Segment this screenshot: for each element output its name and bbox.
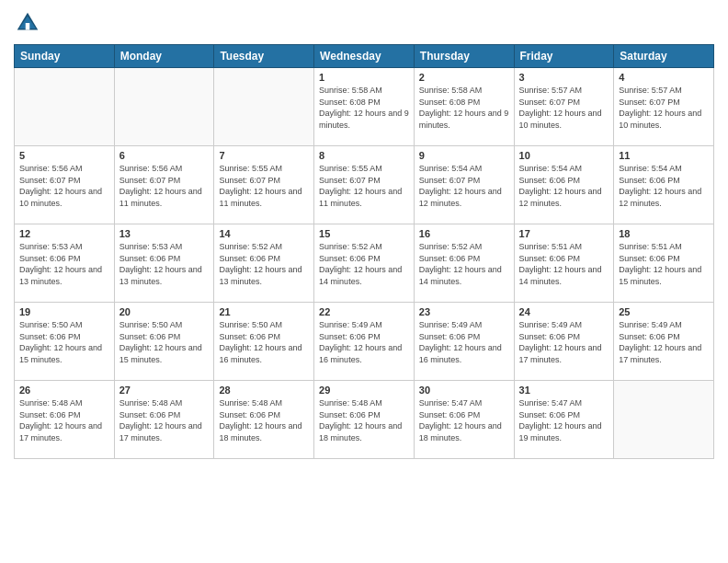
day-info: Sunrise: 5:49 AMSunset: 6:06 PMDaylight:… xyxy=(319,319,409,365)
day-number: 28 xyxy=(219,385,309,396)
day-cell: 28Sunrise: 5:48 AMSunset: 6:06 PMDayligh… xyxy=(214,381,314,459)
day-cell: 17Sunrise: 5:51 AMSunset: 6:06 PMDayligh… xyxy=(514,224,614,303)
day-number: 19 xyxy=(19,306,109,317)
day-cell: 9Sunrise: 5:54 AMSunset: 6:07 PMDaylight… xyxy=(414,146,514,224)
day-info: Sunrise: 5:50 AMSunset: 6:06 PMDaylight:… xyxy=(119,319,210,365)
day-info: Sunrise: 5:51 AMSunset: 6:06 PMDaylight:… xyxy=(619,241,709,287)
day-info: Sunrise: 5:56 AMSunset: 6:07 PMDaylight:… xyxy=(119,163,210,209)
day-info: Sunrise: 5:50 AMSunset: 6:06 PMDaylight:… xyxy=(19,319,109,365)
day-info: Sunrise: 5:48 AMSunset: 6:06 PMDaylight:… xyxy=(219,397,309,443)
day-number: 25 xyxy=(619,306,709,317)
day-cell: 8Sunrise: 5:55 AMSunset: 6:07 PMDaylight… xyxy=(314,146,415,224)
day-cell: 29Sunrise: 5:48 AMSunset: 6:06 PMDayligh… xyxy=(314,381,415,459)
day-cell: 10Sunrise: 5:54 AMSunset: 6:06 PMDayligh… xyxy=(514,146,614,224)
day-cell: 12Sunrise: 5:53 AMSunset: 6:06 PMDayligh… xyxy=(15,224,115,303)
day-cell: 21Sunrise: 5:50 AMSunset: 6:06 PMDayligh… xyxy=(214,303,314,381)
logo xyxy=(14,9,44,37)
day-number: 7 xyxy=(219,150,309,161)
week-row-4: 19Sunrise: 5:50 AMSunset: 6:06 PMDayligh… xyxy=(15,303,714,381)
day-cell: 15Sunrise: 5:52 AMSunset: 6:06 PMDayligh… xyxy=(314,224,415,303)
day-number: 23 xyxy=(419,306,509,317)
day-info: Sunrise: 5:49 AMSunset: 6:06 PMDaylight:… xyxy=(619,319,709,365)
day-number: 13 xyxy=(119,228,210,239)
day-cell: 6Sunrise: 5:56 AMSunset: 6:07 PMDaylight… xyxy=(114,146,214,224)
day-info: Sunrise: 5:50 AMSunset: 6:06 PMDaylight:… xyxy=(219,319,309,365)
svg-rect-2 xyxy=(26,23,30,30)
day-number: 20 xyxy=(119,306,210,317)
day-number: 18 xyxy=(619,228,709,239)
day-cell: 31Sunrise: 5:47 AMSunset: 6:06 PMDayligh… xyxy=(514,381,614,459)
day-number: 6 xyxy=(119,150,210,161)
day-info: Sunrise: 5:49 AMSunset: 6:06 PMDaylight:… xyxy=(519,319,609,365)
day-info: Sunrise: 5:47 AMSunset: 6:06 PMDaylight:… xyxy=(419,397,509,443)
day-info: Sunrise: 5:49 AMSunset: 6:06 PMDaylight:… xyxy=(419,319,509,365)
day-number: 22 xyxy=(319,306,409,317)
day-info: Sunrise: 5:48 AMSunset: 6:06 PMDaylight:… xyxy=(319,397,409,443)
day-info: Sunrise: 5:55 AMSunset: 6:07 PMDaylight:… xyxy=(219,163,309,209)
calendar: SundayMondayTuesdayWednesdayThursdayFrid… xyxy=(14,44,714,459)
day-number: 8 xyxy=(319,150,409,161)
weekday-thursday: Thursday xyxy=(414,45,514,68)
day-info: Sunrise: 5:53 AMSunset: 6:06 PMDaylight:… xyxy=(19,241,109,287)
day-cell: 27Sunrise: 5:48 AMSunset: 6:06 PMDayligh… xyxy=(114,381,214,459)
day-cell xyxy=(214,68,314,146)
day-info: Sunrise: 5:56 AMSunset: 6:07 PMDaylight:… xyxy=(19,163,109,209)
day-number: 15 xyxy=(319,228,409,239)
day-cell: 20Sunrise: 5:50 AMSunset: 6:06 PMDayligh… xyxy=(114,303,214,381)
day-number: 17 xyxy=(519,228,609,239)
day-info: Sunrise: 5:52 AMSunset: 6:06 PMDaylight:… xyxy=(219,241,309,287)
day-number: 14 xyxy=(219,228,309,239)
day-number: 5 xyxy=(19,150,109,161)
day-number: 10 xyxy=(519,150,609,161)
day-number: 4 xyxy=(619,72,709,83)
calendar-header: SundayMondayTuesdayWednesdayThursdayFrid… xyxy=(15,45,714,68)
header xyxy=(14,9,714,37)
day-number: 26 xyxy=(19,385,109,396)
day-info: Sunrise: 5:48 AMSunset: 6:06 PMDaylight:… xyxy=(119,397,210,443)
day-cell: 3Sunrise: 5:57 AMSunset: 6:07 PMDaylight… xyxy=(514,68,614,146)
day-info: Sunrise: 5:58 AMSunset: 6:08 PMDaylight:… xyxy=(319,85,409,131)
day-number: 1 xyxy=(319,72,409,83)
weekday-saturday: Saturday xyxy=(614,45,714,68)
day-number: 2 xyxy=(419,72,509,83)
day-cell: 11Sunrise: 5:54 AMSunset: 6:06 PMDayligh… xyxy=(614,146,714,224)
day-number: 30 xyxy=(419,385,509,396)
day-number: 24 xyxy=(519,306,609,317)
day-info: Sunrise: 5:58 AMSunset: 6:08 PMDaylight:… xyxy=(419,85,509,131)
day-info: Sunrise: 5:47 AMSunset: 6:06 PMDaylight:… xyxy=(519,397,609,443)
day-cell: 30Sunrise: 5:47 AMSunset: 6:06 PMDayligh… xyxy=(414,381,514,459)
week-row-1: 1Sunrise: 5:58 AMSunset: 6:08 PMDaylight… xyxy=(15,68,714,146)
day-info: Sunrise: 5:57 AMSunset: 6:07 PMDaylight:… xyxy=(519,85,609,131)
weekday-monday: Monday xyxy=(114,45,214,68)
day-number: 29 xyxy=(319,385,409,396)
week-row-3: 12Sunrise: 5:53 AMSunset: 6:06 PMDayligh… xyxy=(15,224,714,303)
day-number: 21 xyxy=(219,306,309,317)
weekday-header-row: SundayMondayTuesdayWednesdayThursdayFrid… xyxy=(15,45,714,68)
day-info: Sunrise: 5:52 AMSunset: 6:06 PMDaylight:… xyxy=(319,241,409,287)
day-cell: 18Sunrise: 5:51 AMSunset: 6:06 PMDayligh… xyxy=(614,224,714,303)
logo-icon xyxy=(14,9,41,37)
page: SundayMondayTuesdayWednesdayThursdayFrid… xyxy=(0,0,728,563)
day-cell: 19Sunrise: 5:50 AMSunset: 6:06 PMDayligh… xyxy=(15,303,115,381)
day-cell: 24Sunrise: 5:49 AMSunset: 6:06 PMDayligh… xyxy=(514,303,614,381)
day-info: Sunrise: 5:54 AMSunset: 6:06 PMDaylight:… xyxy=(519,163,609,209)
day-cell: 1Sunrise: 5:58 AMSunset: 6:08 PMDaylight… xyxy=(314,68,415,146)
day-number: 3 xyxy=(519,72,609,83)
day-cell: 16Sunrise: 5:52 AMSunset: 6:06 PMDayligh… xyxy=(414,224,514,303)
day-info: Sunrise: 5:54 AMSunset: 6:06 PMDaylight:… xyxy=(619,163,709,209)
day-info: Sunrise: 5:48 AMSunset: 6:06 PMDaylight:… xyxy=(19,397,109,443)
day-cell: 22Sunrise: 5:49 AMSunset: 6:06 PMDayligh… xyxy=(314,303,415,381)
weekday-wednesday: Wednesday xyxy=(314,45,415,68)
day-info: Sunrise: 5:52 AMSunset: 6:06 PMDaylight:… xyxy=(419,241,509,287)
weekday-friday: Friday xyxy=(514,45,614,68)
day-cell: 25Sunrise: 5:49 AMSunset: 6:06 PMDayligh… xyxy=(614,303,714,381)
day-number: 27 xyxy=(119,385,210,396)
weekday-sunday: Sunday xyxy=(15,45,115,68)
week-row-2: 5Sunrise: 5:56 AMSunset: 6:07 PMDaylight… xyxy=(15,146,714,224)
day-cell: 5Sunrise: 5:56 AMSunset: 6:07 PMDaylight… xyxy=(15,146,115,224)
day-number: 9 xyxy=(419,150,509,161)
day-cell: 7Sunrise: 5:55 AMSunset: 6:07 PMDaylight… xyxy=(214,146,314,224)
day-number: 16 xyxy=(419,228,509,239)
calendar-body: 1Sunrise: 5:58 AMSunset: 6:08 PMDaylight… xyxy=(15,68,714,459)
day-cell xyxy=(114,68,214,146)
